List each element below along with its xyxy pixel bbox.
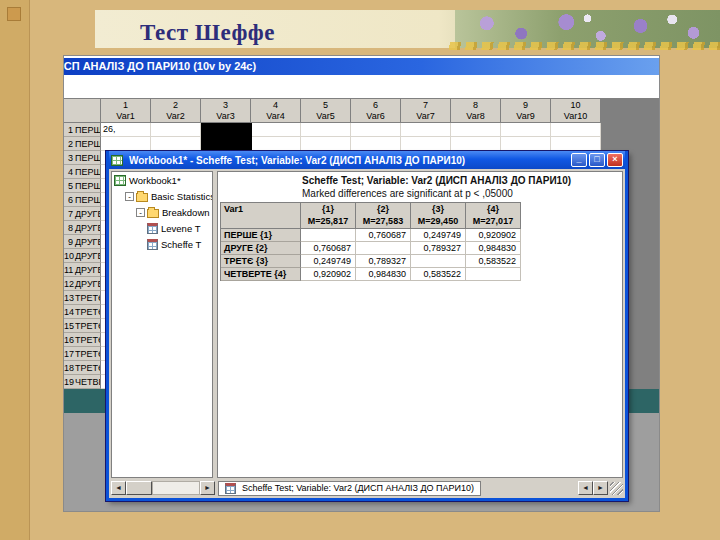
table-cell[interactable]: 0,984830 bbox=[356, 268, 411, 281]
table-cell[interactable]: 0,789327 bbox=[356, 255, 411, 268]
tab-scroll-left-button[interactable]: ◄ bbox=[578, 481, 593, 495]
table-cell[interactable]: 0,583522 bbox=[466, 255, 521, 268]
row-header[interactable]: 3ПЕРШЕ bbox=[64, 151, 101, 165]
row-header[interactable]: 1ПЕРШЕ bbox=[64, 123, 101, 137]
row-label: ЧЕТВЕРТЕ bbox=[75, 377, 101, 387]
tree-item[interactable]: Workbook1* bbox=[112, 172, 212, 188]
table-header-row: Var1{1}M=25,817{2}M=27,583{3}M=29,450{4}… bbox=[221, 203, 521, 229]
sheet-icon bbox=[225, 483, 236, 494]
table-cell[interactable]: 0,789327 bbox=[411, 242, 466, 255]
spreadsheet-cell[interactable] bbox=[401, 137, 451, 151]
row-header[interactable]: 11ДРУГЕ bbox=[64, 263, 101, 277]
column-header-var6[interactable]: 6Var6 bbox=[351, 98, 401, 123]
scroll-right-button[interactable]: ► bbox=[200, 481, 215, 495]
close-button[interactable]: × bbox=[607, 153, 623, 167]
column-header-var4[interactable]: 4Var4 bbox=[251, 98, 301, 123]
column-header-var9[interactable]: 9Var9 bbox=[501, 98, 551, 123]
restore-button[interactable]: □ bbox=[589, 153, 605, 167]
row-header[interactable]: 12ДРУГЕ bbox=[64, 277, 101, 291]
row-header[interactable]: 16ТРЕТЄ bbox=[64, 333, 101, 347]
table-cell[interactable]: 0,920902 bbox=[301, 268, 356, 281]
tab-scroll-right-button[interactable]: ► bbox=[593, 481, 608, 495]
row-header[interactable]: 7ДРУГЕ bbox=[64, 207, 101, 221]
scrollbar-thumb[interactable] bbox=[126, 481, 152, 495]
row-header[interactable]: 13ТРЕТЄ bbox=[64, 291, 101, 305]
table-cell[interactable] bbox=[411, 255, 466, 268]
table-cell[interactable]: 0,583522 bbox=[411, 268, 466, 281]
table-row-header: ПЕРШЕ {1} bbox=[221, 229, 301, 242]
row-label: ПЕРШЕ bbox=[75, 181, 101, 191]
column-header-var3[interactable]: 3Var3 bbox=[201, 98, 251, 123]
column-header-var5[interactable]: 5Var5 bbox=[301, 98, 351, 123]
tree-item[interactable]: Scheffe T bbox=[112, 236, 212, 252]
row-number: 10 bbox=[64, 251, 73, 261]
spreadsheet-corner-cell[interactable] bbox=[64, 98, 101, 123]
row-header[interactable]: 19ЧЕТВЕРТЕ bbox=[64, 375, 101, 389]
table-cell[interactable]: 0,760687 bbox=[301, 242, 356, 255]
spreadsheet-cell[interactable] bbox=[301, 137, 351, 151]
table-cell[interactable]: 0,920902 bbox=[466, 229, 521, 242]
row-label: ДРУГЕ bbox=[75, 223, 101, 233]
spreadsheet-cell[interactable] bbox=[301, 123, 351, 137]
row-label: ДРУГЕ bbox=[75, 237, 101, 247]
tree-item[interactable]: -Basic Statistics/Ta bbox=[112, 188, 212, 204]
scrollbar-track[interactable] bbox=[152, 481, 200, 495]
tree-toggle[interactable]: - bbox=[136, 208, 145, 217]
spreadsheet-cell[interactable] bbox=[451, 137, 501, 151]
table-cell[interactable]: 0,760687 bbox=[356, 229, 411, 242]
table-cell[interactable] bbox=[301, 229, 356, 242]
active-cell-cursor[interactable] bbox=[201, 123, 252, 151]
column-number: 7 bbox=[401, 100, 450, 111]
row-header[interactable]: 15ТРЕТЄ bbox=[64, 319, 101, 333]
tree-item[interactable]: Levene T bbox=[112, 220, 212, 236]
spreadsheet-cell[interactable] bbox=[551, 123, 601, 137]
row-header[interactable]: 18ТРЕТЄ bbox=[64, 361, 101, 375]
tree-toggle[interactable]: - bbox=[125, 192, 134, 201]
row-header[interactable]: 9ДРУГЕ bbox=[64, 235, 101, 249]
spreadsheet-cell[interactable] bbox=[501, 137, 551, 151]
column-header-var10[interactable]: 10Var10 bbox=[551, 98, 601, 123]
column-mean: M=25,817 bbox=[301, 215, 355, 227]
spreadsheet-cell[interactable]: 26, bbox=[101, 123, 151, 137]
minimize-button[interactable]: _ bbox=[571, 153, 587, 167]
row-label: ПЕРШЕ bbox=[75, 167, 101, 177]
column-name: Var3 bbox=[201, 111, 250, 122]
row-header[interactable]: 6ПЕРШЕ bbox=[64, 193, 101, 207]
row-header[interactable]: 17ТРЕТЄ bbox=[64, 347, 101, 361]
resize-grip[interactable] bbox=[610, 482, 623, 495]
table-cell[interactable] bbox=[356, 242, 411, 255]
spreadsheet-cell[interactable] bbox=[251, 123, 301, 137]
row-header[interactable]: 5ПЕРШЕ bbox=[64, 179, 101, 193]
row-header[interactable]: 14ТРЕТЄ bbox=[64, 305, 101, 319]
row-number: 3 bbox=[64, 153, 73, 163]
row-header[interactable]: 2ПЕРШЕ bbox=[64, 137, 101, 151]
spreadsheet-cell[interactable] bbox=[151, 123, 201, 137]
spreadsheet-cell[interactable] bbox=[101, 137, 151, 151]
column-header-var8[interactable]: 8Var8 bbox=[451, 98, 501, 123]
spreadsheet-cell[interactable] bbox=[451, 123, 501, 137]
spreadsheet-cell[interactable] bbox=[501, 123, 551, 137]
data-window-titlebar[interactable]: ДИСП АНАЛІЗ ДО ПАРИ10 (10v by 24c) bbox=[64, 58, 659, 75]
scroll-left-button[interactable]: ◄ bbox=[111, 481, 126, 495]
spreadsheet-cell[interactable] bbox=[351, 137, 401, 151]
table-cell[interactable]: 0,249749 bbox=[301, 255, 356, 268]
row-header[interactable]: 8ДРУГЕ bbox=[64, 221, 101, 235]
table-cell[interactable]: 0,249749 bbox=[411, 229, 466, 242]
tree-item[interactable]: -Breakdown & one-w bbox=[112, 204, 212, 220]
column-header-var7[interactable]: 7Var7 bbox=[401, 98, 451, 123]
column-header-var2[interactable]: 2Var2 bbox=[151, 98, 201, 123]
column-number: 2 bbox=[151, 100, 200, 111]
spreadsheet-row: 1ПЕРШЕ26, bbox=[64, 123, 601, 137]
table-cell[interactable]: 0,984830 bbox=[466, 242, 521, 255]
workbook-titlebar[interactable]: Workbook1* - Scheffe Test; Variable: Var… bbox=[109, 151, 625, 169]
row-header[interactable]: 4ПЕРШЕ bbox=[64, 165, 101, 179]
spreadsheet-cell[interactable] bbox=[401, 123, 451, 137]
spreadsheet-cell[interactable] bbox=[151, 137, 201, 151]
spreadsheet-cell[interactable] bbox=[551, 137, 601, 151]
spreadsheet-cell[interactable] bbox=[251, 137, 301, 151]
sheet-tab[interactable]: Scheffe Test; Variable: Var2 (ДИСП АНАЛІ… bbox=[218, 481, 481, 496]
row-header[interactable]: 10ДРУГЕ bbox=[64, 249, 101, 263]
column-header-var1[interactable]: 1Var1 bbox=[101, 98, 151, 123]
spreadsheet-cell[interactable] bbox=[351, 123, 401, 137]
table-cell[interactable] bbox=[466, 268, 521, 281]
